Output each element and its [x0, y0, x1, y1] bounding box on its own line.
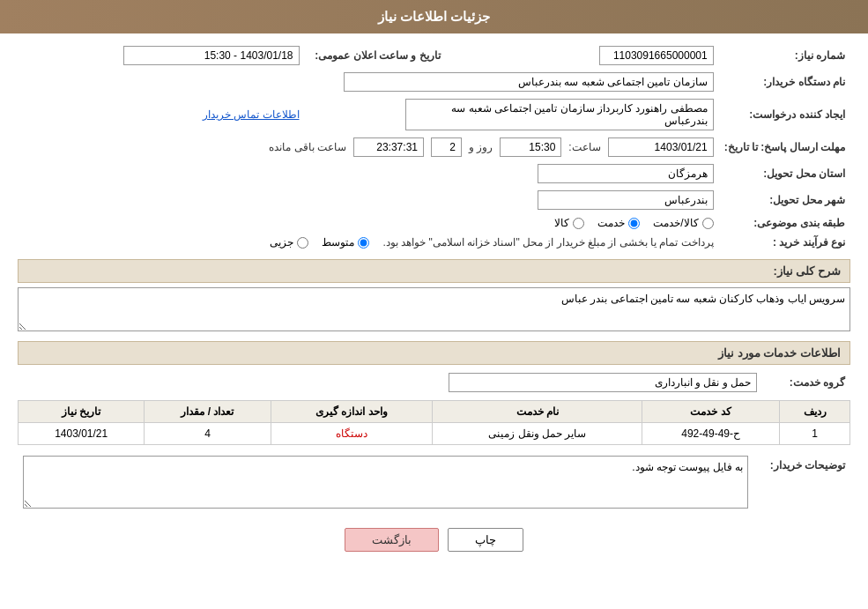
- ostan-label: استان محل تحویل:: [719, 160, 850, 187]
- countdown-field: 23:37:31: [353, 137, 424, 157]
- tarikh-elam-field: 1403/01/18 - 15:30: [123, 46, 300, 65]
- radio-motavasset-label[interactable]: متوسط: [322, 236, 369, 249]
- nam-dastgah-label: نام دستگاه خریدار:: [719, 69, 850, 95]
- ostan-value: هرمزگان: [18, 160, 719, 187]
- time-row: 1403/01/21 ساعت: 15:30 روز و 2 23:37:31 …: [23, 137, 714, 157]
- btn-chap[interactable]: چاپ: [448, 528, 523, 552]
- tozihat-row: توضیحات خریدار:: [18, 452, 850, 515]
- shahr-label: شهر محل تحویل:: [719, 187, 850, 213]
- goroh-khadamat-table: گروه خدمت: حمل و نقل و انبارداری: [18, 369, 850, 396]
- nam-dastgah-value: سازمان تامین اجتماعی شعبه سه بندرعباس: [18, 69, 719, 95]
- cell-kod: ح-49-49-492: [642, 423, 780, 445]
- ejad-konande-label: ایجاد کننده درخواست:: [719, 95, 850, 134]
- shomara-niaz-field: 1103091665000001: [599, 46, 714, 65]
- nooe-farayand-content: پرداخت تمام یا بخشی از مبلغ خریدار از مح…: [18, 233, 719, 252]
- radio-motavasset[interactable]: [358, 237, 369, 249]
- roz-label: روز و: [469, 141, 493, 153]
- table-header-row: ردیف کد خدمت نام خدمت واحد اندازه گیری ت…: [19, 401, 850, 423]
- saat-mande-label: ساعت باقی مانده: [269, 141, 346, 153]
- form-table: شماره نیاز: 1103091665000001 تاریخ و ساع…: [18, 42, 850, 252]
- row-ostan: استان محل تحویل: هرمزگان: [18, 160, 850, 187]
- tozihat-label: توضیحات خریدار:: [753, 452, 850, 515]
- radio-khadamat-label[interactable]: خدمت: [597, 217, 640, 229]
- radio-jazee-text: جزیی: [270, 236, 293, 249]
- radio-kala[interactable]: [573, 218, 584, 229]
- page-title: جزئیات اطلاعات نیاز: [378, 9, 490, 24]
- row-tabaqe: طبقه بندی موضوعی: کالا/خدمت خدمت: [18, 213, 850, 233]
- tozihat-value: [18, 452, 753, 515]
- ostan-field: هرمزگان: [538, 164, 714, 183]
- row-nam-dastgah: نام دستگاه خریدار: سازمان تامین اجتماعی …: [18, 69, 850, 95]
- time-label: ساعت:: [568, 141, 600, 153]
- row-ejad-konande: ایجاد کننده درخواست: مصطفی راهنورد کاربر…: [18, 95, 850, 134]
- page-header: جزئیات اطلاعات نیاز: [0, 0, 868, 33]
- time-field: 15:30: [500, 137, 561, 157]
- radio-kala-khadamat[interactable]: [702, 218, 714, 229]
- goroh-khadamat-value: حمل و نقل و انبارداری: [18, 369, 762, 396]
- radio-jazee[interactable]: [297, 237, 308, 249]
- buttons-row: چاپ بازگشت: [18, 528, 850, 552]
- col-radif: ردیف: [780, 401, 850, 423]
- tabaqe-label: طبقه بندی موضوعی:: [719, 213, 850, 233]
- sharh-label: شرح کلی نیاز:: [18, 259, 850, 283]
- nooe-farayand-note: پرداخت تمام یا بخشی از مبلغ خریدار از مح…: [382, 236, 713, 249]
- row-shomara-tarikh: شماره نیاز: 1103091665000001 تاریخ و ساع…: [18, 42, 850, 69]
- nam-dastgah-field: سازمان تامین اجتماعی شعبه سه بندرعباس: [344, 72, 714, 92]
- etelaat-link-cell: اطلاعات تماس خریدار: [18, 95, 305, 134]
- radio-motavasset-text: متوسط: [322, 236, 354, 249]
- shahr-field: بندرعباس: [538, 190, 714, 210]
- ejad-konande-value: مصطفی راهنورد کاربرداز سازمان تامین اجتم…: [305, 95, 719, 134]
- date-field: 1403/01/21: [608, 137, 714, 157]
- tarikh-elam-label: تاریخ و ساعت اعلان عمومی:: [305, 42, 446, 69]
- nooe-farayand-label: نوع فرآیند خرید :: [719, 233, 850, 252]
- sharh-textarea[interactable]: [18, 287, 850, 331]
- radio-khadamat-text: خدمت: [597, 217, 625, 229]
- tabaqe-radio-group: کالا/خدمت خدمت کالا: [23, 217, 714, 229]
- row-shahr: شهر محل تحویل: بندرعباس: [18, 187, 850, 213]
- services-table: ردیف کد خدمت نام خدمت واحد اندازه گیری ت…: [18, 400, 850, 445]
- ejad-konande-field: مصطفی راهنورد کاربرداز سازمان تامین اجتم…: [405, 99, 714, 130]
- sharh-section: شرح کلی نیاز:: [18, 259, 850, 334]
- cell-radif: 1: [780, 423, 850, 445]
- cell-tarikh: 1403/01/21: [19, 423, 145, 445]
- table-head: ردیف کد خدمت نام خدمت واحد اندازه گیری ت…: [19, 401, 850, 423]
- tozihat-table: توضیحات خریدار:: [18, 452, 850, 515]
- roz-value: 2: [431, 137, 462, 157]
- etelaat-link[interactable]: اطلاعات تماس خریدار: [203, 108, 300, 121]
- tozihat-textarea[interactable]: [23, 456, 748, 509]
- radio-kala-text: کالا: [554, 217, 569, 229]
- table-body: 1 ح-49-49-492 سایر حمل ونقل زمینی دستگاه…: [19, 423, 850, 445]
- mohlat-row: 1403/01/21 ساعت: 15:30 روز و 2 23:37:31 …: [18, 134, 719, 160]
- radio-jazee-label[interactable]: جزیی: [270, 236, 308, 249]
- col-vahed: واحد اندازه گیری: [271, 401, 433, 423]
- mohlat-label: مهلت ارسال پاسخ: تا تاریخ:: [719, 134, 850, 160]
- radio-kala-khadamat-label[interactable]: کالا/خدمت: [653, 217, 713, 229]
- shomara-niaz-value: 1103091665000001: [446, 42, 719, 69]
- col-tarikh: تاریخ نیاز: [19, 401, 145, 423]
- nooe-farayand-radio-group: پرداخت تمام یا بخشی از مبلغ خریدار از مح…: [23, 236, 714, 249]
- shomara-niaz-label: شماره نیاز:: [719, 42, 850, 69]
- radio-kala-khadamat-text: کالا/خدمت: [653, 217, 698, 229]
- btn-bazgasht[interactable]: بازگشت: [345, 528, 439, 552]
- cell-tedad: 4: [145, 423, 271, 445]
- table-row: 1 ح-49-49-492 سایر حمل ونقل زمینی دستگاه…: [19, 423, 850, 445]
- page-wrapper: جزئیات اطلاعات نیاز شماره نیاز: 11030916…: [0, 0, 868, 609]
- row-nooe-farayand: نوع فرآیند خرید : پرداخت تمام یا بخشی از…: [18, 233, 850, 252]
- shahr-value: بندرعباس: [18, 187, 719, 213]
- col-tedad: تعداد / مقدار: [145, 401, 271, 423]
- khadamat-section-title: اطلاعات خدمات مورد نیاز: [18, 341, 850, 365]
- main-content: شماره نیاز: 1103091665000001 تاریخ و ساع…: [0, 33, 868, 561]
- radio-kala-label[interactable]: کالا: [554, 217, 584, 229]
- goroh-khadamat-field: حمل و نقل و انبارداری: [449, 373, 757, 392]
- tarikh-elam-value: 1403/01/18 - 15:30: [18, 42, 305, 69]
- tabaqe-radios: کالا/خدمت خدمت کالا: [18, 213, 719, 233]
- cell-vahed: دستگاه: [271, 423, 433, 445]
- col-nam: نام خدمت: [433, 401, 642, 423]
- col-kod: کد خدمت: [642, 401, 780, 423]
- radio-khadamat[interactable]: [628, 218, 640, 229]
- row-mohlat: مهلت ارسال پاسخ: تا تاریخ: 1403/01/21 سا…: [18, 134, 850, 160]
- goroh-khadamat-row: گروه خدمت: حمل و نقل و انبارداری: [18, 369, 850, 396]
- cell-nam: سایر حمل ونقل زمینی: [433, 423, 642, 445]
- goroh-khadamat-label: گروه خدمت:: [762, 369, 850, 396]
